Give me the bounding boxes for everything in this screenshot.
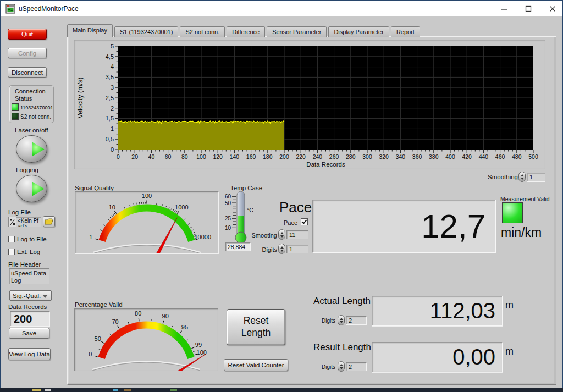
laser-label: Laser on/off (15, 127, 48, 134)
x-tick-label: 120 (213, 153, 223, 160)
log-file-path-input[interactable]: <Kein Pfad> (8, 217, 41, 227)
actual-length-unit: m (505, 300, 514, 311)
reset-length-button[interactable]: Reset Length (227, 309, 285, 345)
minimize-button[interactable] (495, 1, 514, 16)
tab-display-parameter[interactable]: Display Parameter (328, 26, 389, 37)
tab-difference[interactable]: Difference (227, 26, 265, 37)
percentage-valid-tick (193, 351, 195, 352)
log-to-file-checkbox[interactable] (8, 236, 15, 242)
tab-strip: Main DisplayS1 (119324370001)S2 not conn… (67, 24, 420, 37)
laser-knob-button[interactable] (16, 135, 47, 163)
taskbar-strip (0, 388, 563, 392)
y-tick-label: 1 (111, 125, 114, 132)
tab-s1-119324370001[interactable]: S1 (119324370001) (114, 26, 178, 37)
file-header-label: File Header (8, 261, 41, 268)
smoothing-spinner[interactable] (518, 172, 526, 182)
ext-log-checkbox[interactable] (8, 249, 15, 255)
signal-quality-tick (112, 216, 113, 217)
y-tick-label: 0 (111, 146, 114, 153)
signal-quality-tick (177, 211, 179, 214)
browse-folder-button[interactable] (43, 216, 55, 227)
close-icon (549, 5, 556, 12)
result-length-digits-label: Digits (307, 364, 335, 370)
log-to-file-label: Log to File (17, 236, 47, 242)
reset-valid-counter-button[interactable]: Reset Valid Counter (224, 359, 288, 371)
actual-length-digits-value[interactable]: 2 (346, 316, 367, 325)
maximize-button[interactable] (519, 1, 538, 16)
y-tick-label: 4 (111, 63, 114, 70)
signal-quality-tick (184, 219, 186, 220)
x-tick-label: 80 (181, 153, 188, 160)
result-length-display: 0,00 (372, 342, 503, 372)
signal-quality-tick (169, 207, 170, 208)
result-length-digits-spinner[interactable] (338, 361, 345, 372)
actual-length-digits-spinner[interactable] (338, 315, 345, 325)
signal-quality-tick (174, 211, 175, 212)
percentage-valid-tick-label: 50 (95, 335, 101, 342)
config-button[interactable]: Config (8, 48, 47, 58)
y-tick-label: 0,5 (106, 136, 114, 142)
signal-quality-tick (124, 207, 125, 208)
x-tick-label: 300 (362, 153, 372, 160)
pace-checkbox[interactable] (301, 218, 308, 225)
velocity-chart-frame: 0204060801001201401601802002202402602803… (74, 40, 545, 169)
signal-quality-tick (162, 204, 163, 206)
x-tick-label: 380 (429, 153, 439, 160)
taskbar-icon-fragment (32, 389, 41, 391)
view-log-data-button[interactable]: View Log Data (8, 348, 51, 360)
percentage-valid-tick-label: 80 (135, 310, 141, 317)
signal-quality-gauge: 110100100010000 (75, 192, 218, 253)
tab-s2-not-conn[interactable]: S2 not conn. (180, 26, 225, 37)
signal-quality-needle (145, 218, 177, 253)
pace-digits-spinner[interactable] (278, 244, 285, 254)
quit-button[interactable]: Quit (8, 29, 47, 40)
signal-quality-tick (114, 211, 117, 214)
signal-quality-tick (173, 209, 174, 211)
x-tick-label: 60 (165, 153, 172, 160)
percentage-valid-tick-label: 0 (89, 351, 92, 357)
signal-quality-tick-label: 10 (109, 204, 115, 211)
close-button[interactable] (543, 1, 562, 16)
smoothing-label: Smoothing (468, 174, 518, 180)
data-records-value: 200 (10, 311, 50, 327)
x-tick-label: 280 (346, 153, 356, 160)
percentage-valid-tick (98, 349, 100, 350)
x-tick-label: 500 (528, 153, 538, 160)
x-tick-label: 180 (263, 153, 273, 160)
tab-report[interactable]: Report (391, 26, 420, 37)
actual-length-digits-label: Digits (307, 318, 335, 324)
x-tick-label: 0 (117, 153, 120, 160)
result-length-label: Result Length (298, 342, 371, 353)
logging-knob-button[interactable] (16, 175, 47, 202)
percentage-valid-tick (95, 356, 98, 357)
percentage-valid-tick-label: 95 (181, 324, 188, 330)
window-title: uSpeedMonitorPace (19, 5, 79, 13)
tab-main-display[interactable]: Main Display (67, 24, 113, 37)
disconnect-button[interactable]: Disconnect (8, 67, 47, 78)
tab-sensor-parameter[interactable]: Sensor Parameter (267, 26, 327, 37)
pace-smoothing-spinner[interactable] (278, 229, 285, 240)
pace-smoothing-value[interactable]: 11 (286, 230, 308, 239)
chart-y-axis-title: Velocity (m/s) (76, 77, 84, 118)
x-tick-label: 20 (131, 153, 138, 160)
pace-digits-value[interactable]: 1 (286, 245, 308, 253)
x-tick-label: 420 (462, 153, 472, 160)
pace-display: 12,7 (312, 200, 496, 253)
ext-log-label: Ext. Log (17, 249, 40, 255)
client-area: Quit Config Disconnect Connection Status… (1, 16, 562, 388)
pace-digits-label: Digits (254, 246, 277, 253)
logging-on-indicator (32, 182, 45, 196)
signal-quality-tick (157, 203, 157, 205)
save-button[interactable]: Save (9, 328, 49, 339)
smoothing-value[interactable]: 1 (527, 173, 545, 182)
file-header-input[interactable]: uSpeed Data Log (9, 268, 49, 284)
file-header-mode-dropdown[interactable]: Sig.-Qual. (9, 290, 52, 301)
y-tick-label: 2,5 (106, 95, 114, 101)
thermo-tick-label: 10 (225, 225, 231, 231)
sensor1-label: 119324370001 (20, 105, 53, 111)
result-length-digits-value[interactable]: 2 (346, 362, 367, 371)
signal-quality-tick (137, 203, 137, 205)
percentage-valid-tick-label: 90 (162, 313, 169, 319)
path-glyph-icon (9, 217, 16, 227)
pace-title: Pace (279, 199, 312, 216)
